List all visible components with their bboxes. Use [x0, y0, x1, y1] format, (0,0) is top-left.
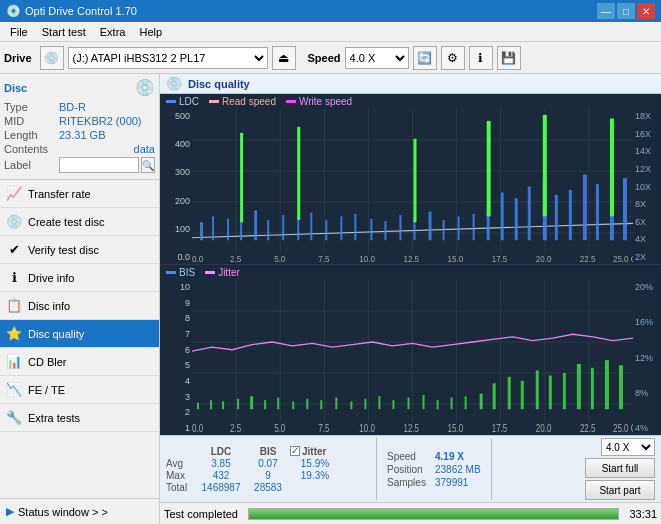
menu-help[interactable]: Help — [133, 24, 168, 40]
sidebar-item-create-test-disc[interactable]: 💿 Create test disc — [0, 208, 159, 236]
svg-rect-89 — [378, 396, 380, 409]
sidebar-item-label: Create test disc — [28, 216, 104, 228]
svg-rect-20 — [282, 215, 284, 240]
speed-label: Speed — [308, 52, 341, 64]
svg-rect-79 — [237, 399, 239, 409]
max-bis: 9 — [248, 470, 288, 481]
drive-icon-btn[interactable]: 💿 — [40, 46, 64, 70]
svg-text:25.0 GB: 25.0 GB — [613, 423, 633, 434]
menu-bar: File Start test Extra Help — [0, 22, 661, 42]
progress-bar-fill — [249, 509, 618, 519]
refresh-button[interactable]: 🔄 — [413, 46, 437, 70]
drive-label: Drive — [4, 52, 32, 64]
svg-rect-26 — [370, 219, 372, 240]
progress-bar — [248, 508, 619, 520]
svg-text:15.0: 15.0 — [448, 253, 464, 264]
menu-extra[interactable]: Extra — [94, 24, 132, 40]
info-button[interactable]: ℹ — [469, 46, 493, 70]
svg-rect-41 — [583, 175, 587, 241]
jitter-header: Jitter — [302, 446, 326, 457]
svg-rect-15 — [212, 216, 214, 240]
main-layout: Disc 💿 Type BD-R MID RITEKBR2 (000) Leng… — [0, 74, 661, 524]
sidebar-item-label: Verify test disc — [28, 244, 99, 256]
svg-rect-39 — [555, 195, 558, 240]
total-label: Total — [166, 482, 194, 493]
svg-text:2.5: 2.5 — [230, 253, 241, 264]
svg-text:22.5: 22.5 — [580, 423, 596, 434]
chart1-svg: 0.0 2.5 5.0 7.5 10.0 12.5 15.0 17.5 20.0… — [192, 109, 633, 264]
save-button[interactable]: 💾 — [497, 46, 521, 70]
sidebar-item-disc-info[interactable]: 📋 Disc info — [0, 292, 159, 320]
svg-text:2.5: 2.5 — [230, 423, 241, 434]
transfer-rate-icon: 📈 — [6, 186, 22, 201]
write-speed-legend-label: Write speed — [299, 96, 352, 107]
sidebar-item-label: Drive info — [28, 272, 74, 284]
menu-start-test[interactable]: Start test — [36, 24, 92, 40]
eject-button[interactable]: ⏏ — [272, 46, 296, 70]
start-full-button[interactable]: Start full — [585, 458, 655, 478]
speed-stat-label: Speed — [387, 451, 431, 462]
disc-quality-icon: ⭐ — [6, 326, 22, 341]
minimize-button[interactable]: — — [597, 3, 615, 19]
disc-quality-header: 💿 Disc quality — [160, 74, 661, 94]
jitter-checkbox-row: Jitter — [290, 446, 326, 457]
type-key: Type — [4, 101, 59, 113]
svg-rect-25 — [354, 214, 356, 240]
sidebar-item-disc-quality[interactable]: ⭐ Disc quality — [0, 320, 159, 348]
svg-rect-86 — [335, 398, 337, 410]
status-window-nav[interactable]: ▶ Status window > > — [0, 498, 159, 524]
start-part-button[interactable]: Start part — [585, 480, 655, 500]
chart1-legend: LDC Read speed Write speed — [160, 94, 661, 109]
speed-select[interactable]: 4.0 X — [345, 47, 409, 69]
jitter-checkbox[interactable] — [290, 446, 300, 456]
position-stat-label: Position — [387, 464, 431, 475]
create-test-disc-icon: 💿 — [6, 214, 22, 229]
sidebar-item-verify-test-disc[interactable]: ✔ Verify test disc — [0, 236, 159, 264]
disc-mid-val: RITEKBR2 (000) — [59, 115, 142, 127]
svg-rect-102 — [563, 373, 566, 409]
label-btn[interactable]: 🔍 — [141, 157, 155, 173]
menu-file[interactable]: File — [4, 24, 34, 40]
bis-legend-label: BIS — [179, 267, 195, 278]
svg-rect-101 — [549, 376, 552, 410]
svg-text:25.0 GB: 25.0 GB — [613, 253, 633, 264]
svg-rect-49 — [543, 115, 547, 216]
chart2-svg: 0.0 2.5 5.0 7.5 10.0 12.5 15.0 17.5 20.0… — [192, 280, 633, 435]
stats-row-total: Total 1468987 28583 — [166, 482, 366, 493]
svg-rect-44 — [623, 178, 627, 240]
sidebar-item-label: Extra tests — [28, 412, 80, 424]
title-bar: 💿 Opti Drive Control 1.70 — □ ✕ — [0, 0, 661, 22]
sidebar-item-transfer-rate[interactable]: 📈 Transfer rate — [0, 180, 159, 208]
samples-stat-val: 379991 — [435, 477, 468, 488]
maximize-button[interactable]: □ — [617, 3, 635, 19]
chart1-y-axis-right: 18X 16X 14X 12X 10X 8X 6X 4X 2X — [633, 109, 661, 264]
chart2-legend: BIS Jitter — [160, 265, 661, 280]
length-key: Length — [4, 129, 59, 141]
close-button[interactable]: ✕ — [637, 3, 655, 19]
drive-select[interactable]: (J:) ATAPI iHBS312 2 PL17 — [68, 47, 268, 69]
label-input[interactable] — [59, 157, 139, 173]
disc-panel: Disc 💿 Type BD-R MID RITEKBR2 (000) Leng… — [0, 74, 159, 180]
svg-rect-27 — [384, 221, 386, 240]
svg-rect-106 — [619, 365, 623, 409]
svg-rect-30 — [429, 212, 432, 241]
speed-dropdown[interactable]: 4.0 X — [601, 438, 655, 456]
speed-row: Speed 4.19 X — [387, 451, 481, 462]
stats-row: LDC BIS Jitter Avg 3.85 0.07 15.9% Max — [160, 435, 661, 502]
sidebar-item-extra-tests[interactable]: 🔧 Extra tests — [0, 404, 159, 432]
ldc-legend-dot — [166, 100, 176, 103]
stats-divider1 — [376, 438, 377, 500]
svg-rect-23 — [325, 220, 327, 240]
sidebar-item-label: CD Bler — [28, 356, 67, 368]
chart1-y-axis-left: 500 400 300 200 100 0.0 — [160, 109, 192, 264]
svg-text:5.0: 5.0 — [274, 253, 285, 264]
settings-button[interactable]: ⚙ — [441, 46, 465, 70]
svg-rect-14 — [200, 222, 203, 240]
avg-bis: 0.07 — [248, 458, 288, 469]
total-ldc: 1468987 — [196, 482, 246, 493]
sidebar-item-drive-info[interactable]: ℹ Drive info — [0, 264, 159, 292]
sidebar-item-cd-bler[interactable]: 📊 CD Bler — [0, 348, 159, 376]
disc-type-val: BD-R — [59, 101, 86, 113]
stats-bis-header: BIS — [248, 446, 288, 457]
sidebar-item-fe-te[interactable]: 📉 FE / TE — [0, 376, 159, 404]
